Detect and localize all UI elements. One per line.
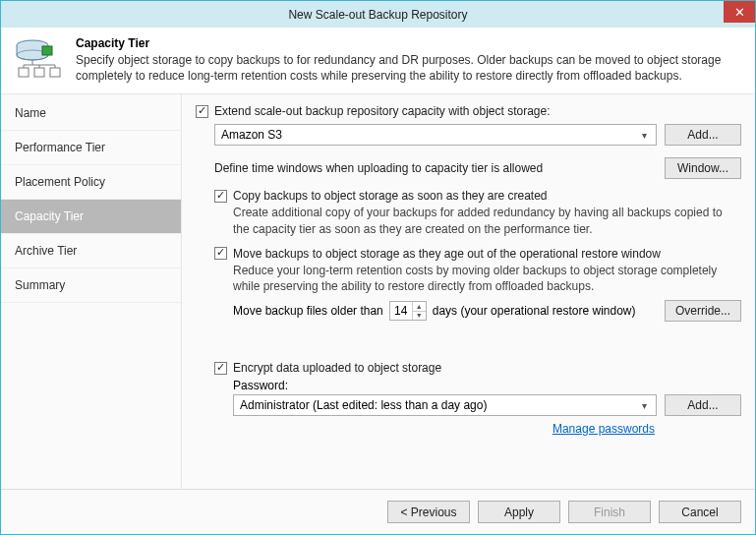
manage-passwords-link[interactable]: Manage passwords — [552, 422, 655, 436]
password-select-value: Administrator (Last edited: less than a … — [240, 398, 487, 412]
wizard-nav: Name Performance Tier Placement Policy C… — [1, 94, 182, 489]
window-button[interactable]: Window... — [665, 157, 741, 179]
days-input[interactable] — [390, 302, 412, 320]
move-label: Move backups to object storage as they a… — [233, 247, 661, 261]
override-button[interactable]: Override... — [665, 300, 741, 322]
svg-rect-3 — [19, 68, 29, 77]
encrypt-checkbox[interactable] — [214, 362, 227, 375]
nav-item-name[interactable]: Name — [1, 96, 181, 131]
apply-button[interactable]: Apply — [478, 501, 560, 523]
extend-label: Extend scale-out backup repository capac… — [214, 104, 551, 118]
page-subtitle: Specify object storage to copy backups t… — [76, 52, 745, 84]
spinner-down-icon[interactable]: ▼ — [413, 312, 426, 321]
nav-item-placement-policy[interactable]: Placement Policy — [1, 165, 181, 200]
capacity-tier-icon — [11, 36, 64, 84]
password-label: Password: — [233, 379, 741, 392]
extend-checkbox[interactable] — [196, 105, 208, 118]
previous-button[interactable]: < Previous — [387, 501, 470, 523]
add-storage-button[interactable]: Add... — [665, 124, 741, 146]
password-select[interactable]: Administrator (Last edited: less than a … — [233, 394, 657, 416]
spinner-up-icon[interactable]: ▲ — [413, 302, 426, 312]
content-panel: Extend scale-out backup repository capac… — [182, 94, 755, 489]
copy-description: Create additional copy of your backups f… — [233, 205, 741, 236]
dialog-footer: < Previous Apply Finish Cancel — [1, 489, 755, 534]
chevron-down-icon: ▾ — [636, 400, 652, 411]
encrypt-label: Encrypt data uploaded to object storage — [233, 361, 441, 375]
chevron-down-icon: ▾ — [636, 130, 652, 141]
svg-rect-4 — [34, 68, 44, 77]
copy-checkbox[interactable] — [214, 190, 227, 203]
move-checkbox[interactable] — [214, 247, 227, 260]
cancel-button[interactable]: Cancel — [659, 501, 741, 523]
nav-item-summary[interactable]: Summary — [1, 268, 181, 303]
days-spinner[interactable]: ▲ ▼ — [389, 301, 427, 321]
add-password-button[interactable]: Add... — [665, 394, 741, 416]
title-bar: New Scale-out Backup Repository ✕ — [1, 1, 755, 29]
page-title: Capacity Tier — [76, 36, 745, 50]
nav-item-capacity-tier[interactable]: Capacity Tier — [1, 200, 181, 234]
move-age-prefix: Move backup files older than — [233, 304, 383, 318]
nav-item-archive-tier[interactable]: Archive Tier — [1, 234, 181, 268]
svg-rect-5 — [50, 68, 60, 77]
move-age-suffix: days (your operational restore window) — [433, 304, 659, 318]
storage-select-value: Amazon S3 — [221, 128, 282, 142]
nav-item-performance-tier[interactable]: Performance Tier — [1, 131, 181, 165]
finish-button: Finish — [568, 501, 651, 523]
copy-label: Copy backups to object storage as soon a… — [233, 189, 548, 203]
dialog-body: Name Performance Tier Placement Policy C… — [1, 93, 755, 489]
svg-rect-2 — [42, 46, 52, 55]
move-description: Reduce your long-term retention costs by… — [233, 263, 741, 294]
storage-select[interactable]: Amazon S3 ▾ — [214, 124, 657, 146]
page-header: Capacity Tier Specify object storage to … — [1, 29, 755, 93]
dialog-window: New Scale-out Backup Repository ✕ Capaci… — [0, 0, 756, 535]
close-icon: ✕ — [734, 5, 745, 20]
close-button[interactable]: ✕ — [724, 1, 755, 23]
time-window-label: Define time windows when uploading to ca… — [214, 161, 657, 175]
window-title: New Scale-out Backup Repository — [288, 8, 467, 22]
